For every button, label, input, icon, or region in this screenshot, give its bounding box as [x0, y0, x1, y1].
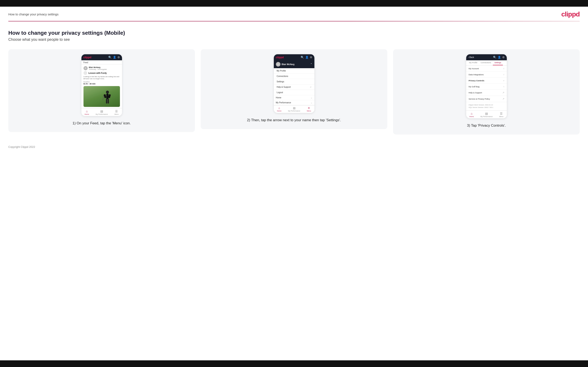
step-1-caption: 1) On your Feed, tap the 'Menu' icon. — [72, 121, 131, 126]
tab-my-profile[interactable]: My Profile — [467, 60, 479, 65]
svg-rect-4 — [106, 99, 107, 104]
menu-user-left: B Blair McHarg — [276, 62, 295, 67]
performance-label-3: My Performance — [480, 116, 493, 117]
home-icon: ⌂ — [86, 109, 88, 113]
close-icon: ✕ — [308, 107, 310, 109]
post-description: Looking to feel like my hands are exitin… — [84, 76, 120, 80]
performance-label: My Performance — [95, 113, 108, 115]
menu-username: Blair McHarg — [282, 63, 295, 66]
post-user-row: B Blair McHarg Yesterday · Sunningdale — [84, 66, 120, 70]
client-version: Clippd Client Version: 2022.8.3-3 — [469, 104, 504, 106]
performance-tab[interactable]: ▤ My Performance — [95, 109, 108, 115]
step-2-card: clippd 🔍 👤 ⚙ B Blair McHarg ⌃ — [201, 49, 387, 129]
data-integrations-item[interactable]: Data Integrations › — [466, 72, 507, 78]
chevron-right-icon-2: › — [503, 73, 504, 76]
settings-tabs: My Profile Connections Settings — [466, 60, 507, 66]
performance-icon-2: ▤ — [293, 107, 295, 109]
gql-version: GQL Server Version: 2022.7.30-1 — [469, 106, 504, 109]
svg-rect-5 — [107, 99, 109, 104]
chevron-down-icon: ⌄ — [311, 96, 312, 99]
menu-close-label: Menu — [307, 110, 311, 112]
home-tab-3[interactable]: ⌂ Home — [469, 112, 474, 117]
chevron-right-icon-4: › — [503, 85, 504, 88]
home-tab-2[interactable]: ⌂ Home — [277, 107, 281, 112]
phone-2-topbar: clippd 🔍 👤 ⚙ — [274, 54, 314, 60]
search-icon-3: 🔍 — [493, 56, 496, 59]
header-title: How to change your privacy settings — [8, 12, 59, 16]
data-integrations-label: Data Integrations — [469, 73, 484, 76]
menu-items-list: My Profile Connections Settings Help & S… — [274, 68, 314, 105]
tab-connections[interactable]: Connections — [479, 60, 493, 65]
golfer-illustration — [101, 90, 114, 107]
main-content: How to change your privacy settings (Mob… — [0, 21, 588, 139]
home-tab[interactable]: ⌂ Home — [85, 109, 89, 115]
steps-container: clippd 🔍 👤 ⚙ Feed B Blair McHarg — [8, 49, 580, 134]
tab-settings[interactable]: Settings — [493, 60, 503, 65]
my-account-label: My Account — [469, 67, 479, 70]
phone-2-logo: clippd — [276, 56, 284, 59]
menu-label-3: Menu — [499, 116, 503, 117]
step-2-phone: clippd 🔍 👤 ⚙ B Blair McHarg ⌃ — [274, 54, 314, 113]
menu-tab[interactable]: ☰ Menu — [114, 109, 119, 115]
svg-point-0 — [106, 91, 109, 93]
ext-icon-2: ↗ — [502, 98, 504, 100]
phone-3-bottombar: ⌂ Home ▤ My Performance ☰ Menu — [466, 110, 507, 118]
step-1-card: clippd 🔍 👤 ⚙ Feed B Blair McHarg — [8, 49, 195, 132]
my-profile-label: My Profile — [277, 70, 286, 72]
phone-3-topbar: ‹ Back 🔍 👤 ⚙ — [466, 54, 507, 60]
my-performance-label: My Performance — [276, 101, 291, 104]
settings-item[interactable]: Settings — [274, 79, 314, 84]
post-image — [84, 86, 120, 107]
my-profile-item[interactable]: My Profile — [274, 68, 314, 74]
settings-icon-2: ⚙ — [310, 56, 312, 59]
lesson-row: Lesson with Fordy — [84, 71, 120, 75]
back-button[interactable]: ‹ Back — [468, 56, 474, 58]
menu-icon: ☰ — [115, 109, 118, 113]
home-icon-2: ⌂ — [278, 107, 280, 109]
performance-tab-3[interactable]: ▤ My Performance — [480, 112, 493, 117]
page-heading: How to change your privacy settings (Mob… — [8, 30, 580, 36]
logout-item[interactable]: Logout — [274, 90, 314, 95]
my-golf-bag-item[interactable]: My Golf Bag › — [466, 83, 507, 90]
home-label: Home — [85, 113, 89, 115]
performance-tab-2[interactable]: ▤ My Performance — [288, 107, 300, 112]
menu-user-row: B Blair McHarg ⌃ — [274, 60, 314, 68]
home-label-3: Home — [469, 116, 474, 117]
chevron-down-icon-2: ⌄ — [311, 101, 312, 104]
post-item: B Blair McHarg Yesterday · Sunningdale L… — [81, 65, 122, 108]
menu-tab-3[interactable]: ☰ Menu — [499, 112, 503, 117]
bottom-bar — [0, 360, 588, 367]
settings-list: My Account › Data Integrations › Privacy… — [466, 66, 507, 102]
chevron-up-icon[interactable]: ⌃ — [310, 63, 312, 66]
header: How to change your privacy settings clip… — [0, 7, 588, 21]
settings-label: Settings — [277, 81, 284, 83]
step-3-caption: 3) Tap 'Privacy Controls'. — [467, 123, 506, 128]
step-3-phone: ‹ Back 🔍 👤 ⚙ My Profile Connections Sett… — [466, 54, 507, 118]
top-bar — [0, 0, 588, 7]
help-support-item[interactable]: Help & Support — [274, 84, 314, 90]
svg-rect-2 — [104, 94, 106, 98]
home-label-2: Home — [277, 110, 281, 112]
chevron-right-icon: › — [503, 67, 504, 70]
performance-icon-3: ▤ — [485, 112, 488, 115]
feed-label: Feed — [81, 60, 122, 65]
settings-icon: ⚙ — [117, 56, 120, 59]
my-golf-bag-label: My Golf Bag — [469, 85, 480, 88]
home-section: Home ⌄ — [274, 95, 314, 100]
service-privacy-item[interactable]: Service & Privacy Policy ↗ — [466, 96, 507, 102]
svg-line-6 — [103, 95, 104, 100]
phone-2-icons: 🔍 👤 ⚙ — [301, 56, 312, 59]
performance-icon: ▤ — [100, 109, 103, 113]
menu-close-tab[interactable]: ✕ Menu — [307, 107, 311, 112]
help-support-label: Help & Support — [277, 86, 291, 88]
privacy-controls-item[interactable]: Privacy Controls › — [466, 78, 507, 83]
help-support-settings-item[interactable]: Help & Support ↗ — [466, 90, 507, 96]
my-account-item[interactable]: My Account › — [466, 66, 507, 72]
version-info: Clippd Client Version: 2022.8.3-3 GQL Se… — [466, 102, 507, 110]
user-icon: 👤 — [113, 56, 116, 59]
copyright: Copyright Clippd 2022 — [8, 145, 35, 149]
lesson-title: Lesson with Fordy — [88, 72, 107, 74]
svg-rect-1 — [106, 93, 108, 99]
post-username: Blair McHarg — [89, 66, 107, 68]
connections-item[interactable]: Connections — [274, 74, 314, 79]
